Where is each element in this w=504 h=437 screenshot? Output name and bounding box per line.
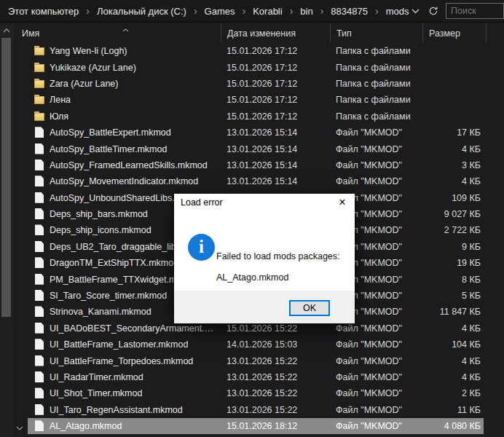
dialog-footer: OK bbox=[174, 291, 355, 323]
file-row[interactable]: AL_Atago.mkmod 15.01.2026 18:12 Файл "MK… bbox=[15, 418, 504, 434]
search-input[interactable] bbox=[446, 3, 504, 19]
column-header-date[interactable]: Дата изменения bbox=[221, 23, 330, 43]
column-header-extra bbox=[486, 23, 504, 43]
refresh-icon[interactable] bbox=[428, 6, 438, 16]
file-size: 17 КБ bbox=[422, 127, 486, 138]
column-header-name-label: Имя bbox=[22, 28, 39, 39]
column-header-type[interactable]: Тип bbox=[330, 23, 422, 43]
file-type: Файл "MKMOD" bbox=[330, 176, 422, 186]
file-date: 13.01.2026 15:22 bbox=[221, 405, 330, 415]
file-name: AutoSpy_BattleTimer.mkmod bbox=[50, 144, 167, 154]
file-date: 13.01.2026 15:22 bbox=[221, 372, 330, 382]
file-icon bbox=[34, 371, 45, 383]
file-row[interactable]: AutoSpy_BattleExpert.mkmod 13.01.2026 15… bbox=[15, 125, 504, 141]
file-icon bbox=[34, 339, 45, 350]
vertical-scrollbar[interactable] bbox=[0, 23, 13, 437]
breadcrumb-separator-icon: › bbox=[369, 5, 385, 17]
column-header-size[interactable]: Размер bbox=[422, 23, 486, 43]
file-name: Strinova_Kanami.mkmod bbox=[50, 307, 151, 317]
dialog-titlebar[interactable]: Load error × bbox=[174, 194, 355, 211]
file-row[interactable]: Юля 15.01.2026 17:12 Папка с файлами bbox=[15, 109, 504, 125]
file-size: 5 КБ bbox=[422, 291, 486, 301]
file-row[interactable]: UI_BattleFrame_Torpedoes.mkmod 13.01.202… bbox=[15, 353, 504, 369]
breadcrumb-item[interactable]: Локальный диск (C:) bbox=[95, 4, 188, 18]
scroll-up-icon[interactable] bbox=[0, 25, 12, 36]
file-date: 15.01.2026 17:12 bbox=[221, 63, 330, 73]
file-row[interactable]: AutoSpy_FramedLearnedSkills.mkmod 13.01.… bbox=[15, 157, 504, 173]
breadcrumb-item[interactable]: Games bbox=[203, 4, 237, 18]
file-icon bbox=[34, 355, 45, 367]
file-icon bbox=[34, 176, 45, 187]
file-icon bbox=[34, 387, 45, 399]
file-date: 15.01.2026 18:12 bbox=[221, 421, 330, 431]
breadcrumb-item[interactable]: mods bbox=[385, 4, 411, 18]
file-date: 15.01.2026 15:22 bbox=[221, 323, 330, 334]
file-name: AL_Atago.mkmod bbox=[50, 421, 122, 431]
file-name: Yang Wen-li (Logh) bbox=[50, 46, 127, 56]
breadcrumb-item[interactable]: Korabli bbox=[251, 4, 283, 18]
file-icon bbox=[34, 143, 45, 155]
file-name: Deps_ship_bars.mkmod bbox=[50, 209, 148, 219]
file-name: UI_BattleFrame_Lastomer.mkmod bbox=[50, 339, 188, 350]
scrollbar-thumb[interactable] bbox=[1, 38, 11, 317]
file-row[interactable]: UI_Taro_RegenAssistant.mkmod 13.01.2026 … bbox=[15, 402, 504, 418]
file-name: SI_Taro_Score_timer.mkmod bbox=[50, 291, 167, 301]
breadcrumb-item[interactable]: 8834875 bbox=[329, 4, 369, 18]
file-row[interactable]: AutoSpy_MovementIndicator.mkmod 13.01.20… bbox=[15, 173, 504, 189]
file-size: 4 080 КБ bbox=[422, 421, 486, 431]
file-size: 4 КБ bbox=[422, 372, 486, 382]
file-type: Файл "MKMOD" bbox=[330, 356, 422, 366]
file-name: UI_RadarTimer.mkmod bbox=[50, 372, 143, 382]
info-icon: i bbox=[188, 234, 215, 261]
breadcrumb-item[interactable]: Этот компьютер bbox=[7, 4, 80, 18]
file-row[interactable]: Zara (Azur Lane) 15.01.2026 17:12 Папка … bbox=[15, 76, 504, 92]
breadcrumb-separator-icon: › bbox=[188, 5, 203, 17]
file-name: Zara (Azur Lane) bbox=[50, 79, 118, 89]
folder-icon bbox=[34, 78, 45, 90]
file-icon bbox=[34, 257, 45, 269]
column-header-size-label: Размер bbox=[429, 28, 460, 39]
file-icon bbox=[34, 241, 45, 253]
close-icon[interactable]: × bbox=[330, 194, 355, 211]
folder-icon bbox=[34, 45, 45, 57]
file-row[interactable]: UI_RadarTimer.mkmod 13.01.2026 15:22 Фай… bbox=[15, 369, 504, 385]
file-icon bbox=[34, 224, 45, 236]
file-date: 15.01.2026 17:12 bbox=[221, 95, 330, 105]
file-type: Файл "MKMOD" bbox=[330, 144, 422, 154]
file-icon bbox=[34, 306, 45, 318]
file-row[interactable]: AutoSpy_BattleTimer.mkmod 13.01.2026 15:… bbox=[15, 141, 504, 157]
ok-button[interactable]: OK bbox=[289, 300, 330, 316]
file-row[interactable]: Yang Wen-li (Logh) 15.01.2026 17:12 Папк… bbox=[15, 43, 504, 59]
file-type: Папка с файлами bbox=[330, 79, 422, 89]
file-name: UI_BattleFrame_Torpedoes.mkmod bbox=[50, 356, 193, 366]
file-row[interactable]: Yukikaze (Azur Lane) 15.01.2026 17:12 Па… bbox=[15, 59, 504, 75]
file-date: 15.01.2026 17:12 bbox=[221, 111, 330, 122]
file-row[interactable]: Лена 15.01.2026 17:12 Папка с файлами bbox=[15, 92, 504, 108]
file-icon bbox=[34, 323, 45, 334]
file-size: 19 КБ bbox=[422, 258, 486, 268]
file-row[interactable]: UI_BattleFrame_Lastomer.mkmod 14.01.2026… bbox=[15, 336, 504, 353]
folder-icon bbox=[34, 94, 45, 106]
breadcrumb-separator-icon: › bbox=[315, 5, 330, 17]
column-header-date-label: Дата изменения bbox=[227, 28, 296, 39]
file-name: UI_Taro_RegenAssistant.mkmod bbox=[50, 405, 183, 415]
column-header-row: Имя Дата изменения Тип Размер bbox=[15, 23, 504, 43]
file-type: Файл "MKMOD" bbox=[330, 339, 422, 350]
folder-icon bbox=[34, 111, 45, 122]
file-size: 4 КБ bbox=[422, 356, 486, 366]
file-type: Файл "MKMOD" bbox=[330, 160, 422, 170]
file-name: UI_Shot_Timer.mkmod bbox=[50, 388, 142, 398]
file-name: Лена bbox=[50, 95, 71, 105]
file-date: 15.01.2026 17:12 bbox=[221, 46, 330, 56]
breadcrumb: Этот компьютер›Локальный диск (C:)›Games… bbox=[7, 4, 410, 18]
file-type: Папка с файлами bbox=[330, 95, 422, 105]
file-size: 104 КБ bbox=[422, 339, 486, 350]
file-row[interactable]: UI_Shot_Timer.mkmod 13.01.2026 15:22 Фай… bbox=[15, 385, 504, 401]
load-error-dialog: Load error × i Failed to load mods packa… bbox=[174, 194, 355, 323]
breadcrumb-item[interactable]: bin bbox=[299, 4, 314, 18]
file-size: 11 847 КБ bbox=[422, 307, 486, 317]
column-header-name[interactable]: Имя bbox=[15, 23, 221, 43]
chevron-down-icon[interactable] bbox=[412, 9, 420, 14]
file-icon bbox=[34, 160, 45, 171]
file-type: Папка с файлами bbox=[330, 111, 422, 122]
